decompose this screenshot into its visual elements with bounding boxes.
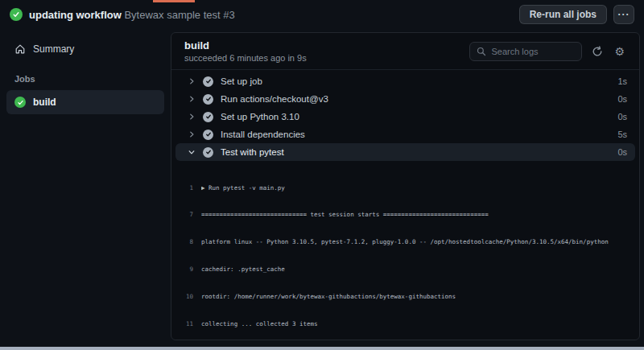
search-logs-input[interactable]: [491, 47, 575, 56]
step-success-icon: [203, 130, 213, 140]
chevron-right-icon: [188, 77, 196, 85]
step-row-checkout[interactable]: Run actions/checkout@v3 0s: [175, 90, 635, 108]
job-panel-titles: build succeeded 6 minutes ago in 9s: [184, 39, 307, 63]
log-settings-button[interactable]: ⚙: [613, 44, 626, 59]
search-icon: [477, 47, 486, 56]
step-duration: 0s: [617, 147, 627, 157]
log-line: 8platform linux -- Python 3.10.5, pytest…: [175, 237, 635, 246]
jobs-section-label: Jobs: [6, 74, 164, 84]
log-line-text: rootdir: /home/runner/work/bytewax-githu…: [201, 292, 635, 301]
step-duration: 5s: [617, 130, 627, 139]
log-line-text: collecting ... collected 3 items: [201, 319, 635, 328]
step-success-icon: [203, 147, 213, 158]
more-options-button[interactable]: ···: [613, 5, 634, 24]
workflow-success-icon: [10, 8, 23, 21]
log-line-number[interactable]: 1: [175, 183, 201, 192]
log-line-text: ============================= test sessi…: [201, 210, 635, 219]
step-duration: 0s: [617, 112, 627, 121]
gear-icon: ⚙: [614, 46, 625, 57]
log-line-number[interactable]: 8: [175, 237, 201, 246]
step-label: Run actions/checkout@v3: [221, 94, 328, 104]
chevron-right-icon: [188, 130, 196, 138]
job-status-text: succeeded 6 minutes ago in 9s: [184, 53, 307, 63]
step-row-install-dependencies[interactable]: Install dependencies 5s: [175, 126, 635, 143]
log-line: 7============================= test sess…: [175, 210, 635, 219]
step-success-icon: [203, 76, 213, 87]
chevron-down-icon: [188, 148, 196, 156]
chevron-right-icon: [188, 113, 196, 121]
step-duration: 1s: [617, 76, 627, 86]
log-line: 10rootdir: /home/runner/work/bytewax-git…: [175, 292, 635, 301]
sidebar-item-label: Summary: [33, 43, 74, 55]
step-row-set-up-job[interactable]: Set up job 1s: [175, 72, 635, 90]
viewport-bottom-edge: [0, 347, 644, 350]
workflow-run-header: updating workflow Bytewax sample test #3…: [0, 0, 644, 29]
sidebar-item-summary[interactable]: Summary: [6, 39, 164, 60]
step-row-test-with-pytest[interactable]: Test with pytest 0s: [175, 143, 635, 161]
log-line: 1▶ Run pytest -v main.py: [175, 183, 635, 192]
page-body: Summary Jobs build build succeeded 6 min…: [0, 29, 644, 344]
sidebar: Summary Jobs build: [0, 29, 171, 114]
kebab-icon: ···: [618, 9, 630, 20]
page-title: updating workflow Bytewax sample test #3: [29, 9, 235, 21]
job-panel-actions: ⚙: [469, 42, 626, 61]
sidebar-item-job-build[interactable]: build: [6, 90, 164, 114]
job-title: build: [184, 39, 307, 51]
step-duration: 0s: [617, 94, 627, 104]
log-line: 11collecting ... collected 3 items: [175, 319, 635, 328]
log-line-number[interactable]: 11: [175, 319, 201, 328]
step-label: Set up Python 3.10: [221, 112, 299, 121]
step-label: Test with pytest: [221, 147, 284, 157]
step-label: Install dependencies: [221, 130, 305, 139]
refresh-logs-button[interactable]: [590, 44, 605, 59]
log-line-number[interactable]: 7: [175, 210, 201, 219]
search-logs-box[interactable]: [469, 42, 582, 61]
step-success-icon: [203, 112, 213, 122]
workflow-name: updating workflow: [29, 9, 122, 21]
rerun-all-jobs-button[interactable]: Re-run all jobs: [519, 5, 607, 24]
home-icon: [14, 43, 26, 55]
log-line-text: cachedir: .pytest_cache: [201, 265, 635, 274]
job-name: build: [33, 97, 56, 108]
job-log-panel: build succeeded 6 minutes ago in 9s ⚙: [171, 32, 640, 340]
log-line-text: platform linux -- Python 3.10.5, pytest-…: [201, 237, 635, 246]
log-line-text: ▶ Run pytest -v main.py: [201, 183, 635, 192]
step-log-output: 1▶ Run pytest -v main.py 7==============…: [175, 161, 635, 340]
job-success-icon: [14, 97, 26, 108]
step-label: Set up job: [221, 76, 262, 86]
step-success-icon: [203, 94, 213, 105]
steps-list: Set up job 1s Run actions/checkout@v3 0s…: [171, 70, 639, 340]
log-line-number[interactable]: 9: [175, 265, 201, 274]
log-line: 9cachedir: .pytest_cache: [175, 265, 635, 274]
chevron-right-icon: [188, 95, 196, 103]
run-title: Bytewax sample test #3: [124, 9, 234, 21]
refresh-icon: [592, 46, 603, 57]
log-line-number[interactable]: 10: [175, 292, 201, 301]
job-panel-header: build succeeded 6 minutes ago in 9s ⚙: [171, 33, 639, 70]
step-row-setup-python[interactable]: Set up Python 3.10 0s: [175, 108, 635, 126]
loading-progress-bar: [153, 0, 195, 2]
